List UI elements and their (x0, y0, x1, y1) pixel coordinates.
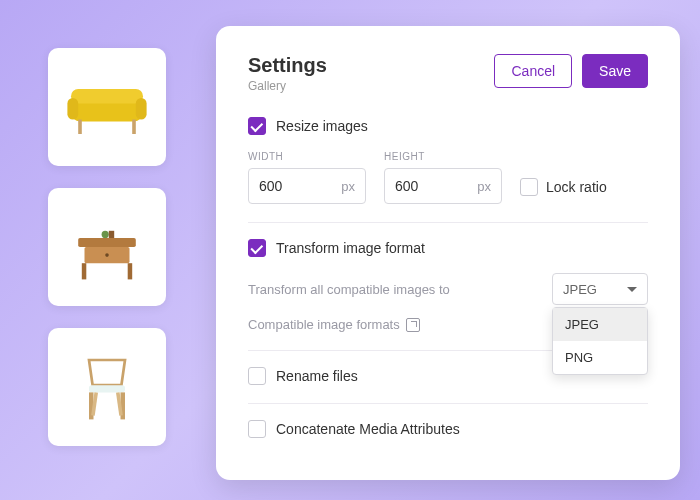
svg-rect-6 (78, 238, 136, 247)
transform-format-label: Transform image format (276, 240, 425, 256)
height-label: HEIGHT (384, 151, 502, 162)
side-table-icon (62, 202, 152, 292)
chevron-down-icon (627, 287, 637, 292)
svg-rect-1 (71, 89, 143, 103)
external-link-icon[interactable] (406, 318, 420, 332)
svg-rect-3 (136, 98, 147, 120)
svg-point-11 (102, 231, 109, 238)
width-label: WIDTH (248, 151, 366, 162)
transform-format-checkbox[interactable] (248, 239, 266, 257)
width-unit: px (341, 179, 355, 194)
compatible-formats-label: Compatible image formats (248, 317, 400, 332)
resize-images-label: Resize images (276, 118, 368, 134)
divider (248, 403, 648, 404)
panel-header: Settings Gallery Cancel Save (248, 54, 648, 93)
format-select[interactable]: JPEG (552, 273, 648, 305)
side-table-thumbnail[interactable] (48, 188, 166, 306)
svg-rect-12 (109, 231, 114, 238)
settings-panel: Settings Gallery Cancel Save Resize imag… (216, 26, 680, 480)
lock-ratio-checkbox[interactable] (520, 178, 538, 196)
transform-to-label: Transform all compatible images to (248, 282, 450, 297)
cancel-button[interactable]: Cancel (494, 54, 572, 88)
rename-files-label: Rename files (276, 368, 358, 384)
chair-thumbnail[interactable] (48, 328, 166, 446)
svg-rect-9 (82, 263, 87, 279)
height-input[interactable]: 600 px (384, 168, 502, 204)
rename-files-checkbox[interactable] (248, 367, 266, 385)
svg-rect-13 (89, 385, 125, 392)
save-button[interactable]: Save (582, 54, 648, 88)
format-select-value: JPEG (563, 282, 597, 297)
svg-point-8 (105, 253, 109, 257)
panel-title: Settings (248, 54, 327, 77)
chair-icon (62, 342, 152, 432)
thumbnail-sidebar (48, 48, 166, 446)
svg-rect-4 (78, 120, 82, 134)
format-option-jpeg[interactable]: JPEG (553, 308, 647, 341)
lock-ratio-label: Lock ratio (546, 179, 607, 195)
resize-images-checkbox[interactable] (248, 117, 266, 135)
svg-rect-2 (67, 98, 78, 120)
sofa-thumbnail[interactable] (48, 48, 166, 166)
divider (248, 222, 648, 223)
format-option-png[interactable]: PNG (553, 341, 647, 374)
width-value: 600 (259, 178, 282, 194)
svg-rect-10 (128, 263, 133, 279)
panel-subtitle: Gallery (248, 79, 327, 93)
concatenate-attributes-checkbox[interactable] (248, 420, 266, 438)
height-value: 600 (395, 178, 418, 194)
concatenate-attributes-label: Concatenate Media Attributes (276, 421, 460, 437)
width-input[interactable]: 600 px (248, 168, 366, 204)
svg-rect-5 (132, 120, 136, 134)
format-dropdown: JPEG PNG (552, 307, 648, 375)
sofa-icon (62, 62, 152, 152)
height-unit: px (477, 179, 491, 194)
